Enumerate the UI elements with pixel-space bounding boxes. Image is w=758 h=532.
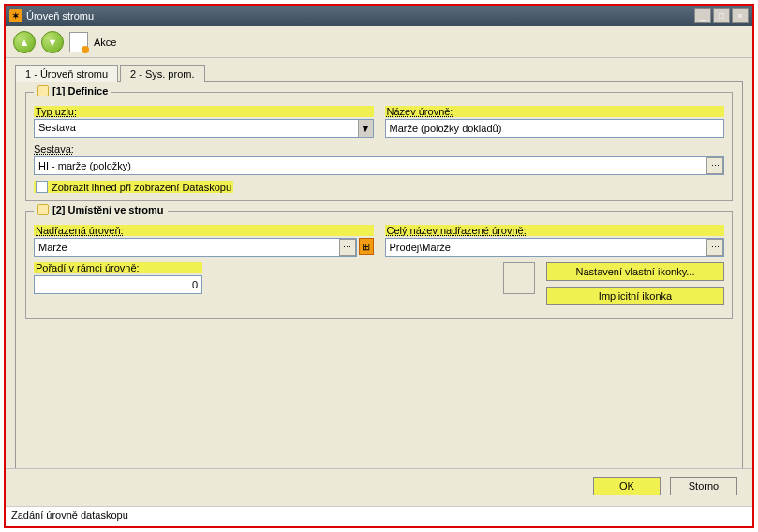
section2-legend: [2] Umístění ve stromu xyxy=(52,204,164,215)
close-button[interactable]: × xyxy=(732,8,749,23)
nadrazena-uroven-input[interactable] xyxy=(34,238,357,257)
sestava-browse-button[interactable]: ⋯ xyxy=(706,157,723,174)
maximize-button[interactable]: □ xyxy=(713,8,730,23)
actions-label[interactable]: Akce xyxy=(94,37,116,48)
tab-uroven-stromu[interactable]: 1 - Úroveň stromu xyxy=(15,65,118,82)
document-icon[interactable] xyxy=(69,32,88,52)
nadrazena-browse-button[interactable]: ⋯ xyxy=(339,239,356,256)
tab-sys-prom[interactable]: 2 - Sys. prom. xyxy=(120,65,204,82)
cancel-button[interactable]: Storno xyxy=(670,477,737,495)
poradi-input[interactable] xyxy=(34,275,202,294)
status-bar: Zadání úrovně dataskopu xyxy=(6,506,752,526)
zobrazit-ihned-label: Zobrazit ihned při zobrazení Dataskopu xyxy=(52,182,231,193)
nazev-urovne-input[interactable] xyxy=(385,119,725,138)
nazev-urovne-label: Název úrovně: xyxy=(385,106,725,117)
app-icon: ✶ xyxy=(9,9,22,22)
cely-nazev-label: Celý název nadřazené úrovně: xyxy=(385,225,725,236)
move-down-button[interactable]: ▼ xyxy=(41,31,64,53)
typ-uzlu-label: Typ uzlu: xyxy=(34,106,374,117)
sestava-label: Sestava: xyxy=(34,143,724,155)
icon-preview xyxy=(503,262,535,294)
nastaveni-ikonky-button[interactable]: Nastavení vlastní ikonky... xyxy=(546,262,724,281)
nadrazena-uroven-label: Nadřazená úroveň: xyxy=(34,225,374,236)
cely-nazev-browse-button[interactable]: ⋯ xyxy=(706,239,723,256)
ok-button[interactable]: OK xyxy=(593,477,661,495)
implicitni-ikonka-button[interactable]: Implicitní ikonka xyxy=(546,287,724,305)
move-up-button[interactable]: ▲ xyxy=(13,31,36,53)
typ-uzlu-dropdown-icon[interactable]: ▼ xyxy=(358,120,373,137)
zobrazit-ihned-checkbox[interactable] xyxy=(36,181,48,193)
poradi-label: Pořadí v rámci úrovně: xyxy=(34,262,202,273)
window-title: Úroveň stromu xyxy=(26,10,94,22)
typ-uzlu-select[interactable]: Sestava xyxy=(34,119,374,138)
section1-legend: [1] Definice xyxy=(52,85,108,96)
section-icon xyxy=(37,204,49,215)
tree-picker-icon[interactable]: ⊞ xyxy=(359,238,374,255)
cely-nazev-input[interactable] xyxy=(385,238,725,257)
minimize-button[interactable]: _ xyxy=(694,8,711,23)
section-icon xyxy=(37,85,49,96)
sestava-input[interactable] xyxy=(34,156,724,175)
